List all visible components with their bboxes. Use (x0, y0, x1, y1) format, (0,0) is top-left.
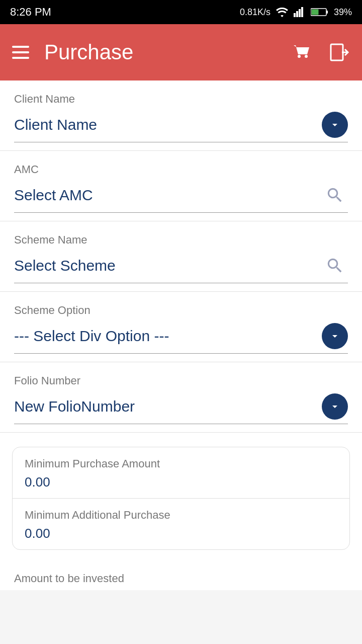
cart-icon[interactable] (291, 41, 313, 63)
client-name-field: Client Name Client Name (0, 80, 362, 151)
svg-rect-6 (311, 10, 318, 15)
svg-point-7 (298, 55, 301, 58)
scheme-option-value: --- Select Div Option --- (14, 328, 169, 345)
status-time: 8:26 PM (10, 6, 51, 19)
amount-label: Amount to be invested (0, 564, 362, 590)
network-speed: 0.81K/s (240, 7, 270, 18)
scheme-name-field: Scheme Name Select Scheme (0, 221, 362, 292)
amc-row[interactable]: Select AMC (14, 182, 348, 213)
scheme-option-row[interactable]: --- Select Div Option --- (14, 323, 348, 354)
svg-point-8 (305, 55, 308, 58)
amc-label: AMC (14, 163, 348, 176)
folio-number-field: Folio Number New FolioNumber (0, 362, 362, 433)
min-additional-label: Minimum Additional Purchase (25, 509, 337, 522)
battery-percent: 39% (334, 7, 352, 18)
min-additional-value: 0.00 (25, 526, 337, 541)
amc-field: AMC Select AMC (0, 151, 362, 221)
client-name-row[interactable]: Client Name (14, 112, 348, 142)
scheme-option-label: Scheme Option (14, 304, 348, 317)
svg-rect-9 (331, 44, 343, 60)
wifi-icon (276, 7, 289, 17)
app-bar-title: Purchase (44, 40, 276, 64)
svg-rect-0 (294, 13, 296, 17)
folio-number-row[interactable]: New FolioNumber (14, 393, 348, 424)
exit-icon[interactable] (328, 41, 350, 63)
scheme-option-field: Scheme Option --- Select Div Option --- (0, 292, 362, 362)
info-card: Minimum Purchase Amount 0.00 Minimum Add… (12, 447, 350, 550)
client-name-value: Client Name (14, 116, 97, 133)
scheme-name-label: Scheme Name (14, 233, 348, 247)
min-additional-row: Minimum Additional Purchase 0.00 (13, 498, 349, 549)
folio-number-value: New FolioNumber (14, 398, 135, 415)
folio-number-dropdown[interactable] (322, 393, 348, 420)
client-name-dropdown[interactable] (322, 112, 348, 138)
svg-rect-2 (299, 9, 301, 17)
min-purchase-label: Minimum Purchase Amount (25, 457, 337, 470)
amc-search-icon[interactable] (322, 182, 348, 208)
min-purchase-row: Minimum Purchase Amount 0.00 (13, 447, 349, 498)
scheme-name-row[interactable]: Select Scheme (14, 253, 348, 283)
svg-rect-5 (326, 11, 328, 14)
scheme-name-value: Select Scheme (14, 257, 116, 274)
menu-icon[interactable] (12, 46, 29, 59)
scheme-option-dropdown[interactable] (322, 323, 348, 349)
svg-rect-3 (301, 7, 303, 17)
app-bar: Purchase (0, 24, 362, 80)
min-purchase-value: 0.00 (25, 474, 337, 490)
folio-number-label: Folio Number (14, 374, 348, 387)
signal-icon (294, 7, 306, 17)
form-content: Client Name Client Name AMC Select AMC S… (0, 80, 362, 590)
svg-rect-1 (296, 11, 298, 17)
client-name-label: Client Name (14, 93, 348, 106)
status-right: 0.81K/s 39% (240, 7, 352, 18)
scheme-search-icon[interactable] (322, 253, 348, 279)
status-bar: 8:26 PM 0.81K/s 39% (0, 0, 362, 24)
amc-value: Select AMC (14, 187, 93, 204)
battery-icon (311, 7, 329, 17)
